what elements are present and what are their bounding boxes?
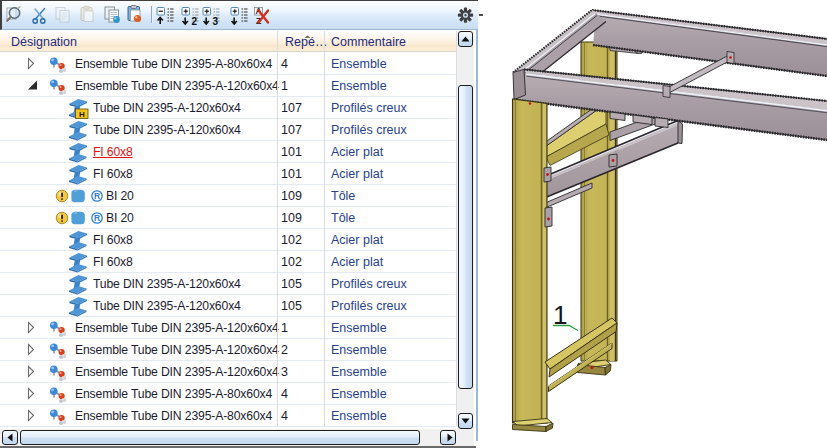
svg-text:3: 3 (213, 16, 219, 27)
svg-text:H: H (79, 110, 85, 119)
svg-text:2: 2 (192, 16, 198, 27)
svg-text:1: 1 (553, 300, 567, 330)
